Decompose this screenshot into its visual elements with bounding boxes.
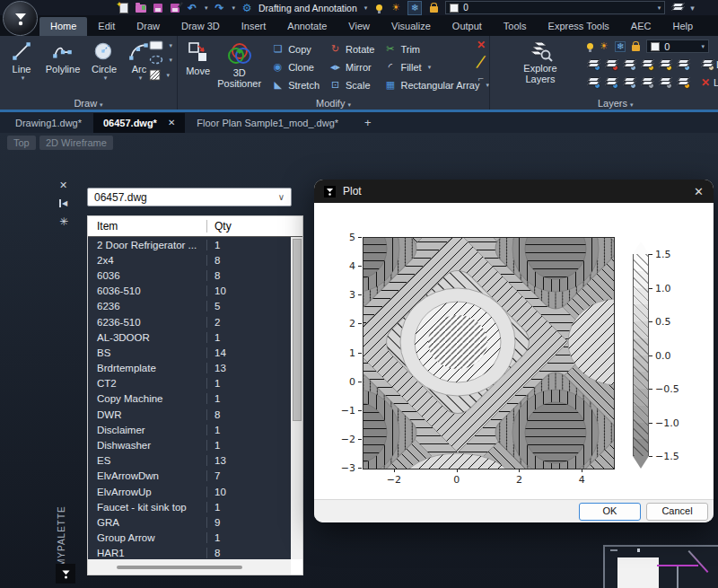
layers-panel-label[interactable]: Layers▾: [490, 98, 718, 109]
redo-icon[interactable]: ↷: [215, 2, 225, 14]
ribbon-tab-output[interactable]: Output: [442, 17, 493, 36]
unlock-button[interactable]: [632, 41, 640, 51]
rotate-button[interactable]: ↻Rotate: [328, 41, 374, 57]
explore-layers-button[interactable]: Explore Layers: [512, 36, 569, 84]
drawing-select[interactable]: 06457.dwg ∨: [87, 188, 292, 206]
layer-match-button[interactable]: Layer M: [701, 59, 718, 70]
document-tab-drawing1-dwg-[interactable]: Drawing1.dwg*: [5, 113, 92, 133]
ribbon-tab-aec[interactable]: AEC: [620, 17, 662, 36]
table-row[interactable]: ES13: [88, 453, 291, 469]
workspace-selector[interactable]: Drafting and Annotation: [258, 3, 357, 13]
modify-panel-label[interactable]: Modify▾: [178, 98, 489, 109]
layer-new-button[interactable]: [587, 59, 599, 69]
open-icon[interactable]: [136, 2, 146, 14]
layer-freeze-button[interactable]: [677, 59, 688, 69]
layer-state-button[interactable]: [605, 59, 617, 69]
table-row[interactable]: ElvArrowDwn7: [88, 469, 291, 484]
ribbon-tab-edit[interactable]: Edit: [87, 17, 126, 36]
table-row[interactable]: 6036-51010: [88, 284, 291, 299]
save-as-icon[interactable]: [170, 2, 180, 14]
table-row[interactable]: 2 Door Refrigerator ...1: [88, 237, 291, 252]
layer-lock-button[interactable]: [641, 59, 652, 69]
ribbon-tab-tools[interactable]: Tools: [493, 17, 538, 36]
table-row[interactable]: DWR8: [88, 407, 291, 422]
ok-button[interactable]: OK: [579, 503, 641, 521]
erase-icon[interactable]: ✕: [477, 39, 486, 50]
rectangle-button[interactable]: ▾: [149, 40, 172, 50]
explode-icon[interactable]: ⌐: [478, 74, 484, 83]
trim-button[interactable]: ✂Trim: [383, 41, 489, 57]
unlock-icon[interactable]: [428, 2, 439, 14]
layers-manager-icon[interactable]: [671, 2, 683, 14]
close-icon[interactable]: ✕: [59, 180, 77, 191]
table-row[interactable]: Faucet - kit sink top1: [88, 499, 291, 514]
layer-delete-button[interactable]: ✕Layer De: [701, 77, 718, 88]
table-row[interactable]: Dishwasher1: [88, 437, 291, 452]
layer-thaw-button[interactable]: [677, 77, 688, 87]
table-row[interactable]: 60368: [88, 268, 291, 283]
cancel-button[interactable]: Cancel: [646, 503, 708, 521]
close-icon[interactable]: ✕: [694, 185, 704, 198]
table-row[interactable]: HAR18: [88, 546, 291, 559]
move-button[interactable]: Move: [181, 38, 215, 92]
workspace-gear-icon[interactable]: ⚙: [241, 2, 252, 14]
table-row[interactable]: Disclaimer1: [88, 422, 291, 437]
table-row[interactable]: AL-3DOOR1: [88, 329, 291, 345]
workspace-caret-icon[interactable]: ▾: [364, 4, 368, 12]
ribbon-tab-express-tools[interactable]: Express Tools: [538, 17, 620, 36]
bulb-button[interactable]: [587, 43, 593, 49]
table-row[interactable]: Group Arrow1: [88, 531, 291, 546]
document-tab-06457-dwg-[interactable]: 06457.dwg*✕: [93, 113, 185, 133]
stretch-button[interactable]: ◣Stretch: [271, 77, 320, 92]
layer-combine-button[interactable]: [623, 77, 635, 87]
layer-unlock-button[interactable]: [641, 77, 652, 87]
mirror-button[interactable]: ◂▸Mirror: [328, 59, 374, 75]
layer-merge-button[interactable]: [623, 59, 635, 69]
match-properties-icon[interactable]: ╱: [477, 57, 486, 68]
settings-icon[interactable]: ✳: [59, 215, 77, 228]
sun-icon[interactable]: ☀: [390, 2, 401, 14]
ellipse-arc-button[interactable]: ▾: [149, 55, 172, 65]
layer-drop-button[interactable]: [605, 77, 617, 87]
fillet-button[interactable]: ◜Fillet▾: [383, 59, 489, 75]
scale-button[interactable]: ⊡Scale: [328, 77, 374, 92]
ribbon-tab-insert[interactable]: Insert: [231, 17, 277, 36]
3d-positioner-button[interactable]: 3D Positioner: [215, 38, 264, 92]
circle-button[interactable]: Circle ▾: [85, 36, 123, 82]
table-row[interactable]: 62365: [88, 299, 291, 314]
hatch-button[interactable]: ▾: [149, 69, 172, 81]
bulb-icon[interactable]: [373, 2, 384, 14]
draw-panel-label[interactable]: Draw▾: [0, 98, 177, 109]
undo-caret-icon[interactable]: ▾: [205, 4, 208, 12]
close-tab-icon[interactable]: ✕: [168, 118, 175, 127]
horizontal-scrollbar[interactable]: [88, 559, 291, 575]
copy-button[interactable]: ❏Copy: [271, 41, 320, 57]
autohide-icon[interactable]: ◀: [59, 199, 77, 207]
layer-filter-button[interactable]: [659, 77, 670, 87]
table-row[interactable]: ElvArrowUp10: [88, 484, 291, 499]
ribbon-tab-help[interactable]: Help: [661, 17, 704, 36]
column-header-item[interactable]: Item: [88, 220, 207, 233]
vertical-scrollbar[interactable]: [291, 237, 302, 559]
ribbon-layer-combobox[interactable]: 0▾: [646, 39, 709, 53]
visual-style-button[interactable]: 2D Wireframe: [39, 136, 113, 150]
app-logo[interactable]: [3, 1, 38, 36]
undo-icon[interactable]: ↶: [187, 2, 197, 14]
redo-caret-icon[interactable]: ▾: [232, 4, 236, 12]
palette-tab[interactable]: MYPALETTE: [57, 487, 70, 566]
new-drawing-icon[interactable]: ✦: [118, 2, 129, 14]
table-row[interactable]: CT21: [88, 376, 291, 391]
table-row[interactable]: Copy Machine1: [88, 391, 291, 407]
layer-combobox[interactable]: 0 ▾: [445, 1, 665, 14]
table-row[interactable]: BS14: [88, 345, 291, 360]
ribbon-tab-view[interactable]: View: [337, 17, 381, 36]
document-tab-floor-plan-sample1-mod-dwg-[interactable]: Floor Plan Sample1_mod_.dwg*: [187, 113, 348, 133]
clone-button[interactable]: ◉Clone: [271, 59, 320, 75]
table-row[interactable]: 2x48: [88, 252, 291, 268]
layer-current-button[interactable]: [587, 77, 599, 87]
ribbon-tab-annotate[interactable]: Annotate: [276, 17, 337, 36]
new-tab-button[interactable]: +: [364, 116, 372, 129]
table-row[interactable]: Brdrtemplate13: [88, 361, 291, 376]
table-row[interactable]: 6236-5102: [88, 314, 291, 329]
ribbon-tab-home[interactable]: Home: [39, 17, 87, 36]
